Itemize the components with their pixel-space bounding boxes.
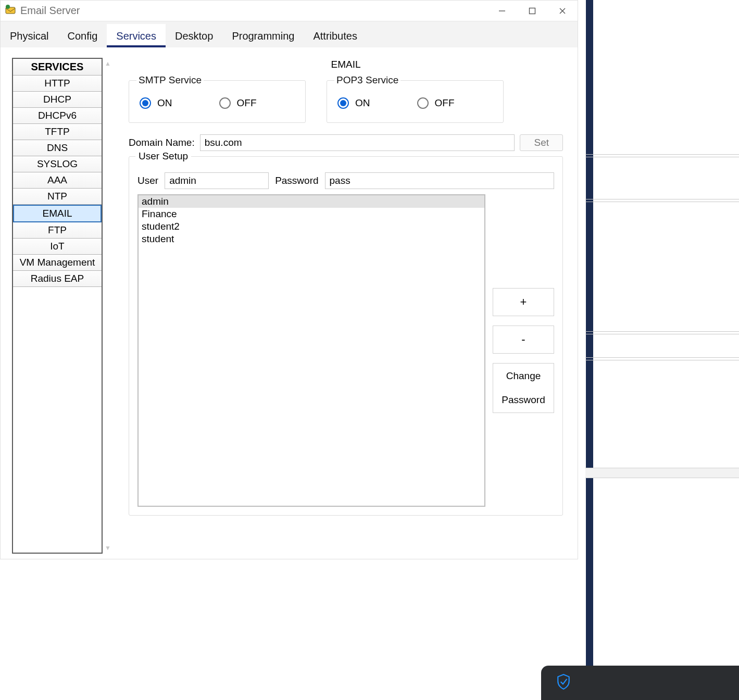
sidebar-item-http[interactable]: HTTP <box>13 76 102 92</box>
user-list-row[interactable]: student2 <box>139 220 484 233</box>
scroll-up-icon[interactable]: ▲ <box>105 60 111 67</box>
close-button[interactable] <box>547 1 578 21</box>
sidebar-heading: SERVICES <box>13 59 102 76</box>
user-list-row[interactable]: student <box>139 233 484 245</box>
tab-services[interactable]: Services <box>107 24 166 47</box>
taskbar <box>541 666 739 700</box>
smtp-legend: SMTP Service <box>136 74 204 86</box>
services-sidebar: SERVICES HTTPDHCPDHCPv6TFTPDNSSYSLOGAAAN… <box>12 58 103 554</box>
svg-rect-3 <box>530 8 535 14</box>
user-list-row[interactable]: admin <box>139 195 484 208</box>
user-input[interactable] <box>165 172 269 189</box>
maximize-button[interactable] <box>517 1 547 21</box>
smtp-service-group: SMTP Service ON OFF <box>129 74 306 123</box>
minimize-button[interactable] <box>487 1 517 21</box>
pop3-off-radio[interactable]: OFF <box>417 97 455 109</box>
user-list[interactable]: adminFinancestudent2student <box>137 194 485 507</box>
sidebar-item-dhcpv6[interactable]: DHCPv6 <box>13 108 102 124</box>
pop3-service-group: POP3 Service ON OFF <box>327 74 504 123</box>
main-window: Email Server PhysicalConfigServicesDeskt… <box>0 0 578 559</box>
sidebar-item-dns[interactable]: DNS <box>13 140 102 156</box>
tab-bar: PhysicalConfigServicesDesktopProgramming… <box>1 21 578 47</box>
app-icon <box>5 4 16 18</box>
sidebar-item-ntp[interactable]: NTP <box>13 189 102 205</box>
sidebar-scrollbar[interactable]: ▲ ▼ <box>103 58 113 554</box>
user-label: User <box>137 175 158 186</box>
domain-input[interactable] <box>200 134 515 151</box>
password-label: Password <box>275 175 318 186</box>
tab-programming[interactable]: Programming <box>222 24 304 47</box>
sidebar-item-aaa[interactable]: AAA <box>13 172 102 189</box>
set-button[interactable]: Set <box>520 134 563 151</box>
remove-user-button[interactable]: - <box>493 326 554 354</box>
titlebar: Email Server <box>1 1 578 21</box>
tab-desktop[interactable]: Desktop <box>166 24 222 47</box>
sidebar-item-tftp[interactable]: TFTP <box>13 124 102 140</box>
domain-label: Domain Name: <box>129 137 195 148</box>
window-title: Email Server <box>20 5 80 17</box>
add-user-button[interactable]: + <box>493 288 554 316</box>
user-setup-legend: User Setup <box>135 151 191 162</box>
sidebar-item-syslog[interactable]: SYSLOG <box>13 156 102 172</box>
tab-physical[interactable]: Physical <box>1 24 58 47</box>
page-title: EMAIL <box>129 59 563 70</box>
svg-point-1 <box>6 5 10 9</box>
sidebar-item-radius-eap[interactable]: Radius EAP <box>13 271 102 287</box>
sidebar-item-email[interactable]: EMAIL <box>13 205 102 222</box>
security-shield-icon[interactable] <box>557 674 570 692</box>
sidebar-item-dhcp[interactable]: DHCP <box>13 92 102 108</box>
tab-config[interactable]: Config <box>58 24 107 47</box>
smtp-off-radio[interactable]: OFF <box>219 97 257 109</box>
scroll-down-icon[interactable]: ▼ <box>105 544 111 552</box>
pop3-on-radio[interactable]: ON <box>337 97 370 109</box>
tab-attributes[interactable]: Attributes <box>304 24 366 47</box>
password-input[interactable] <box>325 172 554 189</box>
sidebar-item-ftp[interactable]: FTP <box>13 222 102 239</box>
sidebar-item-vm-management[interactable]: VM Management <box>13 255 102 271</box>
pop3-legend: POP3 Service <box>334 74 400 86</box>
user-setup-group: User Setup User Password adminFinancestu… <box>129 156 563 516</box>
email-panel: EMAIL SMTP Service ON OFF POP3 Service O… <box>116 58 568 554</box>
sidebar-item-iot[interactable]: IoT <box>13 239 102 255</box>
smtp-on-radio[interactable]: ON <box>140 97 172 109</box>
change-password-button[interactable]: Change Password <box>493 363 554 413</box>
user-list-row[interactable]: Finance <box>139 208 484 220</box>
